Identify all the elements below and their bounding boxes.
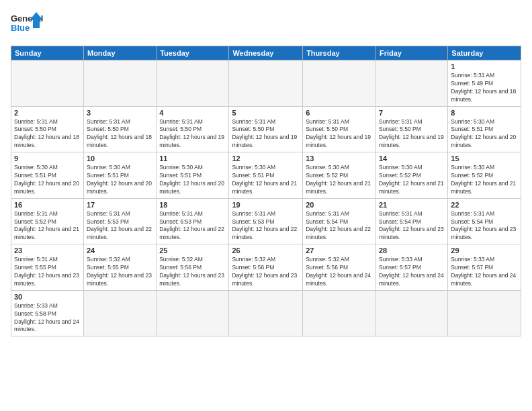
day-info: Sunrise: 5:33 AMSunset: 5:57 PMDaylight:… bbox=[379, 256, 445, 288]
day-info: Sunrise: 5:31 AMSunset: 5:54 PMDaylight:… bbox=[306, 210, 373, 242]
calendar-header-row: SundayMondayTuesdayWednesdayThursdayFrid… bbox=[11, 46, 521, 60]
calendar-cell bbox=[11, 60, 84, 107]
calendar-cell: 18Sunrise: 5:31 AMSunset: 5:53 PMDayligh… bbox=[157, 198, 229, 244]
calendar-cell: 28Sunrise: 5:33 AMSunset: 5:57 PMDayligh… bbox=[375, 244, 447, 291]
day-number: 8 bbox=[451, 109, 518, 117]
weekday-header-friday: Friday bbox=[375, 46, 447, 60]
calendar-cell bbox=[375, 290, 447, 336]
day-info: Sunrise: 5:30 AMSunset: 5:51 PMDaylight:… bbox=[14, 164, 81, 196]
weekday-header-thursday: Thursday bbox=[303, 46, 376, 60]
calendar-cell: 20Sunrise: 5:31 AMSunset: 5:54 PMDayligh… bbox=[303, 198, 376, 244]
day-info: Sunrise: 5:31 AMSunset: 5:50 PMDaylight:… bbox=[232, 118, 300, 150]
weekday-header-tuesday: Tuesday bbox=[157, 46, 229, 60]
calendar-cell: 7Sunrise: 5:31 AMSunset: 5:50 PMDaylight… bbox=[375, 106, 447, 152]
calendar-cell: 25Sunrise: 5:32 AMSunset: 5:56 PMDayligh… bbox=[157, 244, 229, 291]
day-number: 20 bbox=[306, 201, 373, 209]
day-number: 1 bbox=[451, 62, 518, 71]
weekday-header-wednesday: Wednesday bbox=[229, 46, 303, 60]
calendar-cell: 5Sunrise: 5:31 AMSunset: 5:50 PMDaylight… bbox=[229, 106, 303, 152]
day-info: Sunrise: 5:31 AMSunset: 5:50 PMDaylight:… bbox=[14, 118, 81, 150]
day-number: 27 bbox=[306, 246, 373, 255]
calendar-cell: 13Sunrise: 5:30 AMSunset: 5:52 PMDayligh… bbox=[303, 152, 376, 199]
calendar-cell bbox=[229, 290, 303, 336]
calendar-cell: 8Sunrise: 5:30 AMSunset: 5:51 PMDaylight… bbox=[448, 106, 521, 152]
calendar-cell: 6Sunrise: 5:31 AMSunset: 5:50 PMDaylight… bbox=[303, 106, 376, 152]
day-number: 19 bbox=[232, 201, 300, 209]
calendar-cell: 10Sunrise: 5:30 AMSunset: 5:51 PMDayligh… bbox=[83, 152, 156, 199]
day-number: 29 bbox=[451, 246, 518, 255]
calendar-cell: 30Sunrise: 5:33 AMSunset: 5:58 PMDayligh… bbox=[11, 290, 84, 336]
calendar-cell: 1Sunrise: 5:31 AMSunset: 5:49 PMDaylight… bbox=[448, 60, 521, 107]
calendar-cell: 21Sunrise: 5:31 AMSunset: 5:54 PMDayligh… bbox=[375, 198, 447, 244]
week-row-6: 30Sunrise: 5:33 AMSunset: 5:58 PMDayligh… bbox=[11, 290, 521, 336]
calendar-cell: 11Sunrise: 5:30 AMSunset: 5:51 PMDayligh… bbox=[157, 152, 229, 199]
week-row-3: 9Sunrise: 5:30 AMSunset: 5:51 PMDaylight… bbox=[11, 152, 521, 199]
day-number: 3 bbox=[87, 109, 153, 117]
calendar-cell: 22Sunrise: 5:31 AMSunset: 5:54 PMDayligh… bbox=[448, 198, 521, 244]
calendar-cell: 12Sunrise: 5:30 AMSunset: 5:51 PMDayligh… bbox=[229, 152, 303, 199]
calendar-cell: 14Sunrise: 5:30 AMSunset: 5:52 PMDayligh… bbox=[375, 152, 447, 199]
day-info: Sunrise: 5:31 AMSunset: 5:53 PMDaylight:… bbox=[232, 210, 300, 242]
calendar-cell: 26Sunrise: 5:32 AMSunset: 5:56 PMDayligh… bbox=[229, 244, 303, 291]
day-info: Sunrise: 5:31 AMSunset: 5:50 PMDaylight:… bbox=[306, 118, 373, 150]
day-info: Sunrise: 5:30 AMSunset: 5:52 PMDaylight:… bbox=[379, 164, 445, 196]
day-number: 25 bbox=[159, 246, 226, 255]
day-number: 17 bbox=[87, 201, 153, 209]
day-number: 15 bbox=[451, 154, 518, 163]
calendar-cell bbox=[303, 60, 376, 107]
day-info: Sunrise: 5:31 AMSunset: 5:55 PMDaylight:… bbox=[14, 256, 81, 288]
day-number: 5 bbox=[232, 109, 300, 117]
day-info: Sunrise: 5:30 AMSunset: 5:51 PMDaylight:… bbox=[159, 164, 226, 196]
calendar-cell: 23Sunrise: 5:31 AMSunset: 5:55 PMDayligh… bbox=[11, 244, 84, 291]
day-info: Sunrise: 5:33 AMSunset: 5:58 PMDaylight:… bbox=[14, 302, 81, 334]
svg-text:Blue: Blue bbox=[11, 23, 30, 33]
day-number: 6 bbox=[306, 109, 373, 117]
day-number: 30 bbox=[14, 293, 81, 301]
calendar-cell: 16Sunrise: 5:31 AMSunset: 5:52 PMDayligh… bbox=[11, 198, 84, 244]
day-info: Sunrise: 5:31 AMSunset: 5:54 PMDaylight:… bbox=[451, 210, 518, 242]
calendar-cell: 4Sunrise: 5:31 AMSunset: 5:50 PMDaylight… bbox=[157, 106, 229, 152]
calendar-cell: 3Sunrise: 5:31 AMSunset: 5:50 PMDaylight… bbox=[83, 106, 156, 152]
day-number: 26 bbox=[232, 246, 300, 255]
calendar-cell bbox=[375, 60, 447, 107]
calendar-cell bbox=[157, 60, 229, 107]
day-info: Sunrise: 5:30 AMSunset: 5:52 PMDaylight:… bbox=[306, 164, 373, 196]
day-number: 23 bbox=[14, 246, 81, 255]
day-info: Sunrise: 5:30 AMSunset: 5:51 PMDaylight:… bbox=[87, 164, 153, 196]
day-info: Sunrise: 5:30 AMSunset: 5:51 PMDaylight:… bbox=[451, 118, 518, 150]
day-info: Sunrise: 5:30 AMSunset: 5:52 PMDaylight:… bbox=[451, 164, 518, 196]
day-info: Sunrise: 5:32 AMSunset: 5:56 PMDaylight:… bbox=[306, 256, 373, 288]
day-number: 14 bbox=[379, 154, 445, 163]
day-info: Sunrise: 5:31 AMSunset: 5:53 PMDaylight:… bbox=[159, 210, 226, 242]
day-info: Sunrise: 5:31 AMSunset: 5:49 PMDaylight:… bbox=[451, 72, 518, 104]
generalblue-logo-icon: General Blue bbox=[11, 11, 44, 39]
calendar-cell: 29Sunrise: 5:33 AMSunset: 5:57 PMDayligh… bbox=[448, 244, 521, 291]
week-row-5: 23Sunrise: 5:31 AMSunset: 5:55 PMDayligh… bbox=[11, 244, 521, 291]
day-number: 28 bbox=[379, 246, 445, 255]
day-number: 11 bbox=[159, 154, 226, 163]
calendar-cell: 17Sunrise: 5:31 AMSunset: 5:53 PMDayligh… bbox=[83, 198, 156, 244]
day-number: 21 bbox=[379, 201, 445, 209]
day-info: Sunrise: 5:31 AMSunset: 5:53 PMDaylight:… bbox=[87, 210, 153, 242]
day-info: Sunrise: 5:32 AMSunset: 5:55 PMDaylight:… bbox=[87, 256, 153, 288]
calendar-cell: 24Sunrise: 5:32 AMSunset: 5:55 PMDayligh… bbox=[83, 244, 156, 291]
calendar-cell bbox=[83, 60, 156, 107]
calendar-cell: 2Sunrise: 5:31 AMSunset: 5:50 PMDaylight… bbox=[11, 106, 84, 152]
day-number: 12 bbox=[232, 154, 300, 163]
week-row-2: 2Sunrise: 5:31 AMSunset: 5:50 PMDaylight… bbox=[11, 106, 521, 152]
day-info: Sunrise: 5:31 AMSunset: 5:50 PMDaylight:… bbox=[87, 118, 153, 150]
day-number: 24 bbox=[87, 246, 153, 255]
day-info: Sunrise: 5:30 AMSunset: 5:51 PMDaylight:… bbox=[232, 164, 300, 196]
day-number: 13 bbox=[306, 154, 373, 163]
day-number: 16 bbox=[14, 201, 81, 209]
day-info: Sunrise: 5:32 AMSunset: 5:56 PMDaylight:… bbox=[159, 256, 226, 288]
calendar-cell bbox=[157, 290, 229, 336]
logo: General Blue bbox=[11, 11, 44, 39]
day-number: 2 bbox=[14, 109, 81, 117]
header: General Blue bbox=[11, 11, 521, 39]
day-info: Sunrise: 5:31 AMSunset: 5:54 PMDaylight:… bbox=[379, 210, 445, 242]
day-number: 18 bbox=[159, 201, 226, 209]
day-number: 22 bbox=[451, 201, 518, 209]
day-info: Sunrise: 5:31 AMSunset: 5:50 PMDaylight:… bbox=[159, 118, 226, 150]
day-info: Sunrise: 5:31 AMSunset: 5:50 PMDaylight:… bbox=[379, 118, 445, 150]
